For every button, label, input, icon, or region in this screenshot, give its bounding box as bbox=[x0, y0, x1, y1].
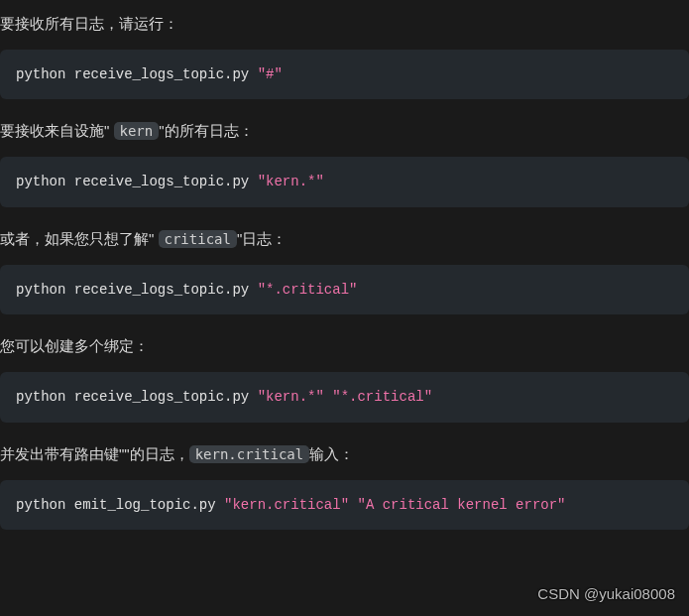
space bbox=[324, 389, 332, 405]
code-arg: "*.critical" bbox=[332, 389, 432, 405]
code-arg: "A critical kernel error" bbox=[357, 497, 565, 513]
paragraph: 要接收所有日志，请运行： bbox=[0, 0, 689, 40]
code-arg: "kern.*" bbox=[258, 174, 324, 189]
code-cmd: python receive_logs_topic.py bbox=[16, 282, 258, 298]
inline-code: critical bbox=[159, 230, 237, 248]
text: 或者，如果您只想了解" bbox=[0, 230, 159, 247]
code-cmd: python receive_logs_topic.py bbox=[16, 389, 258, 405]
code-arg: "*.critical" bbox=[258, 282, 358, 298]
code-block[interactable]: python receive_logs_topic.py "kern.*" "*… bbox=[0, 372, 689, 422]
paragraph: 要接收来自设施" kern"的所有日志： bbox=[0, 107, 689, 147]
code-arg: "#" bbox=[258, 66, 283, 82]
code-cmd: python emit_log_topic.py bbox=[16, 497, 224, 513]
text: 您可以创建多个绑定： bbox=[0, 337, 149, 354]
watermark: CSDN @yukai08008 bbox=[537, 582, 675, 606]
text: 并发出带有路由键""的日志， bbox=[0, 445, 189, 462]
text: "日志： bbox=[237, 230, 287, 247]
code-block[interactable]: python receive_logs_topic.py "kern.*" bbox=[0, 157, 689, 206]
text: 要接收来自设施" bbox=[0, 122, 114, 139]
code-cmd: python receive_logs_topic.py bbox=[16, 174, 258, 189]
text: 要接收所有日志，请运行： bbox=[0, 15, 178, 32]
paragraph: 或者，如果您只想了解" critical"日志： bbox=[0, 215, 689, 255]
text: 输入： bbox=[309, 445, 354, 462]
code-arg: "kern.*" bbox=[258, 389, 324, 405]
code-cmd: python receive_logs_topic.py bbox=[16, 66, 258, 82]
inline-code: kern bbox=[114, 122, 160, 140]
article-content: 要接收所有日志，请运行： python receive_logs_topic.p… bbox=[0, 0, 689, 530]
code-block[interactable]: python emit_log_topic.py "kern.critical"… bbox=[0, 480, 689, 530]
paragraph: 您可以创建多个绑定： bbox=[0, 322, 689, 362]
inline-code: kern.critical bbox=[189, 445, 310, 463]
code-arg: "kern.critical" bbox=[224, 497, 349, 513]
text: "的所有日志： bbox=[159, 122, 253, 139]
code-block[interactable]: python receive_logs_topic.py "*.critical… bbox=[0, 265, 689, 314]
paragraph: 并发出带有路由键""的日志，kern.critical输入： bbox=[0, 431, 689, 470]
code-block[interactable]: python receive_logs_topic.py "#" bbox=[0, 50, 689, 99]
